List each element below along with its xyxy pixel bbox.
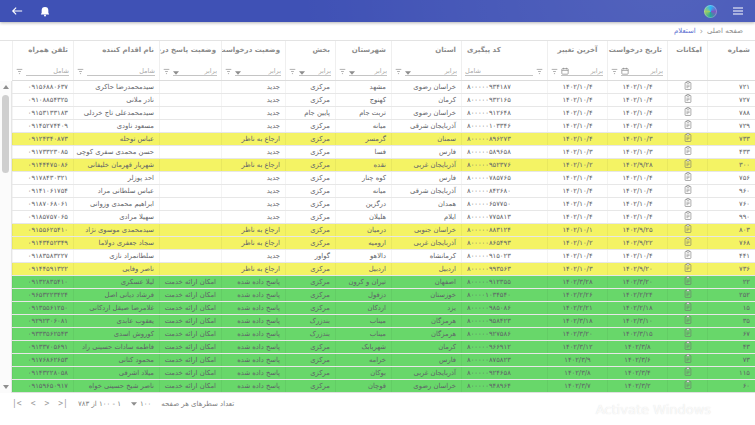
- first-page-button[interactable]: |<: [12, 399, 22, 408]
- report-clipboard-icon[interactable]: [684, 250, 692, 262]
- filter-funnel-icon[interactable]: [551, 68, 558, 76]
- filter-funnel-icon[interactable]: [611, 68, 618, 76]
- table-row[interactable]: ۴۳۳۱۴۰۲/۱۰/۳۱۴۰۲/۱۰/۳۸۰۰۰۰۰۵۸۹۶۵۸فارسفسا…: [12, 146, 755, 159]
- filter-funnel-icon[interactable]: [225, 68, 232, 76]
- scroll-up-icon[interactable]: [3, 85, 9, 89]
- filter-input-district[interactable]: برابر: [299, 64, 331, 76]
- table-row[interactable]: ۹۹۰۱۴۰۲/۱۰/۴۱۴۰۲/۱۰/۴۸۰۰۰۰۰۷۷۵۸۱۳ایلامهل…: [12, 211, 755, 224]
- report-clipboard-icon[interactable]: [684, 198, 692, 210]
- table-row[interactable]: ۷۸۸۱۴۰۲/۱۰/۴۱۴۰۲/۱۰/۴۸۰۰۰۰۰۹۱۲۶۴۸خراسان …: [12, 107, 755, 120]
- filter-input-phone[interactable]: شامل: [26, 64, 69, 76]
- table-row[interactable]: ۸۰۳۱۴۰۲/۹/۲۵۱۴۰۲/۱۰/۱۸۰۰۰۰۰۸۸۳۱۲۴خراسان …: [12, 224, 755, 237]
- next-page-button[interactable]: >: [44, 399, 49, 408]
- table-row[interactable]: ۷۵۶۱۴۰۲/۱۰/۴۱۴۰۲/۱۰/۴۸۰۰۰۰۰۷۸۵۷۶۵فارسکوه…: [12, 172, 755, 185]
- filter-input-county[interactable]: برابر: [349, 64, 387, 76]
- cell-phone: ۰۹۱۸۵۷۵۷۰۶۵: [12, 211, 73, 223]
- cell-county: میانه: [335, 185, 391, 197]
- filter-input-status[interactable]: برابر: [235, 64, 281, 76]
- report-clipboard-icon[interactable]: [684, 133, 692, 145]
- caret-down-icon[interactable]: [299, 71, 305, 75]
- filter-funnel-icon[interactable]: [16, 68, 23, 76]
- prev-page-button[interactable]: <: [31, 399, 36, 408]
- notifications-bell-icon[interactable]: [38, 4, 52, 18]
- report-clipboard-icon[interactable]: [684, 107, 692, 119]
- table-row[interactable]: ۶۰۱۴۰۲/۳/۲۱۴۰۲/۳/۷۸۰۰۰۰۰۹۴۸۹۶۴خراسان رضو…: [12, 380, 755, 392]
- report-clipboard-icon[interactable]: [684, 263, 692, 275]
- cell-response: [159, 263, 221, 275]
- report-clipboard-icon[interactable]: [684, 185, 692, 197]
- caret-down-icon[interactable]: [349, 71, 355, 75]
- back-arrow-icon[interactable]: [10, 4, 24, 18]
- filter-funnel-icon[interactable]: [395, 68, 402, 76]
- table-row[interactable]: ۱۱۵۱۴۰۲/۳/۴۱۴۰۲/۳/۸۸۰۰۰۰۰۹۲۴۶۵۸آذربایجان…: [12, 367, 755, 380]
- column-header-province: استانبرابر: [391, 41, 461, 80]
- caret-down-icon[interactable]: [405, 71, 411, 75]
- table-row[interactable]: ۷۶۰۱۴۰۲/۱۰/۴۱۴۰۲/۱۰/۴۸۰۰۰۰۰۶۵۷۷۵۰همداندر…: [12, 198, 755, 211]
- table-row[interactable]: ۷۳۱۴۰۲/۳/۶۱۴۰۲/۳/۹۸۰۰۰۰۰۸۷۵۸۲۳فارسخرامهم…: [12, 354, 755, 367]
- report-clipboard-icon[interactable]: [684, 315, 692, 327]
- menu-hamburger-icon[interactable]: [731, 4, 745, 18]
- table-row[interactable]: ۴۴۱۱۴۰۲/۱۰/۴۱۴۰۲/۱۰/۴۸۰۰۰۰۰۹۱۵۰۲۳کرمانشا…: [12, 250, 755, 263]
- report-clipboard-icon[interactable]: [684, 120, 692, 132]
- report-clipboard-icon[interactable]: [684, 81, 692, 93]
- table-row[interactable]: ۷۲۱۱۴۰۲/۱۰/۴۱۴۰۲/۱۰/۴۸۰۰۰۰۰۹۳۴۱۸۷خراسان …: [12, 81, 755, 94]
- report-clipboard-icon[interactable]: [684, 159, 692, 171]
- table-row[interactable]: ۱۵۱۴۰۲/۲/۱۸۱۴۰۲/۲/۲۱۸۰۰۰۰۰۹۸۵۰۸۶یزداردکا…: [12, 302, 755, 315]
- report-clipboard-icon[interactable]: [684, 211, 692, 223]
- table-row[interactable]: ۷۲۷۱۴۰۲/۱۰/۴۱۴۰۲/۱۰/۴۸۰۰۰۰۰۹۳۲۱۶۵کرمانکه…: [12, 94, 755, 107]
- cell-change: ۱۴۰۲/۱۰/۳: [547, 263, 607, 275]
- calendar-icon[interactable]: [621, 67, 629, 75]
- table-row[interactable]: ۷۳۳۱۴۰۲/۱۰/۳۱۴۰۲/۱۰/۴۸۰۰۰۰۰۸۹۶۲۷۳سمنانگر…: [12, 133, 755, 146]
- last-page-button[interactable]: >|: [58, 399, 68, 408]
- table-row[interactable]: ۹۶۰۱۴۰۲/۱۰/۴۱۴۰۲/۱۰/۴۸۰۰۰۰۰۸۴۲۶۸۰آذربایج…: [12, 185, 755, 198]
- report-clipboard-icon[interactable]: [684, 172, 692, 184]
- table-row[interactable]: ۷۶۸۱۴۰۲/۹/۲۲۱۴۰۲/۱۰/۲۸۰۰۰۰۰۸۶۵۴۹۳آذربایج…: [12, 237, 755, 250]
- filter-input-response[interactable]: برابر: [173, 64, 217, 76]
- table-row[interactable]: ۶۷۱۴۰۲/۳/۱۵۱۴۰۲/۳/۲۰۸۰۰۰۰۰۹۲۷۵۸۶هرمزگانم…: [12, 328, 755, 341]
- table-row[interactable]: ۷۲۹۱۴۰۲/۱۰/۴۱۴۰۲/۱۰/۴۸۰۰۰۰۰۱۰۳۳۴۶آذربایج…: [12, 120, 755, 133]
- report-clipboard-icon[interactable]: [684, 276, 692, 288]
- rows-per-page-select[interactable]: ۱۰۰: [131, 400, 151, 408]
- caret-down-icon[interactable]: [173, 71, 179, 75]
- filter-funnel-icon[interactable]: [289, 68, 296, 76]
- report-clipboard-icon[interactable]: [684, 237, 692, 249]
- report-clipboard-icon[interactable]: [684, 354, 692, 366]
- report-clipboard-icon[interactable]: [684, 367, 692, 379]
- cell-status: جدید: [221, 250, 285, 262]
- cell-county: نقده: [335, 159, 391, 171]
- filter-funnel-icon[interactable]: [536, 68, 543, 76]
- scrollbar-thumb[interactable]: [2, 95, 9, 173]
- cell-actions: [667, 146, 707, 158]
- caret-down-icon[interactable]: [235, 71, 241, 75]
- table-row[interactable]: ۴۳۱۴۰۲/۳/۸۱۴۰۲/۳/۱۲۸۰۰۰۰۰۹۶۶۹۱۲کرمانشهرب…: [12, 341, 755, 354]
- report-clipboard-icon[interactable]: [684, 146, 692, 158]
- calendar-icon[interactable]: [561, 67, 569, 75]
- report-clipboard-icon[interactable]: [684, 224, 692, 236]
- breadcrumb-home-link[interactable]: صفحه اصلی: [707, 27, 743, 35]
- filter-input-change[interactable]: برابر: [561, 64, 603, 76]
- table-row[interactable]: ۳۵۱۴۰۲/۳/۱۰۱۴۰۲/۳/۱۸۸۰۰۰۰۰۹۵۸۴۲۳هرمزگانم…: [12, 315, 755, 328]
- scroll-down-icon[interactable]: [3, 385, 9, 389]
- cell-code: ۸۰۰۰۰۰۸۹۶۲۷۳: [461, 133, 547, 145]
- report-clipboard-icon[interactable]: [684, 380, 692, 392]
- report-clipboard-icon[interactable]: [684, 289, 692, 301]
- report-clipboard-icon[interactable]: [684, 328, 692, 340]
- cell-phone: ۰۹۱۲۴۳۴۰۸۷۳: [12, 133, 73, 145]
- table-row[interactable]: ۷۳۶۱۴۰۲/۹/۲۰۱۴۰۲/۱۰/۳۸۰۰۰۰۰۹۹۳۵۶۳اردبیلا…: [12, 263, 755, 276]
- filter-funnel-icon[interactable]: [339, 68, 346, 76]
- report-clipboard-icon[interactable]: [684, 94, 692, 106]
- filter-funnel-icon[interactable]: [163, 68, 170, 76]
- table-row[interactable]: ۲۲۱۴۰۲/۳/۲۰۱۴۰۲/۳/۲۸۸۰۰۰۰۰۹۱۲۳۵۵اصفهانتی…: [12, 276, 755, 289]
- filter-input-code[interactable]: شامل: [465, 64, 533, 76]
- filter-input-date[interactable]: برابر: [621, 64, 663, 76]
- table-row[interactable]: ۳۰۰۱۴۰۲/۹/۲۸۱۴۰۲/۱۰/۲۸۰۰۰۰۰۹۵۲۳۷۶آذربایج…: [12, 159, 755, 172]
- vertical-scrollbar[interactable]: [0, 81, 12, 393]
- report-clipboard-icon[interactable]: [684, 302, 692, 314]
- filter-input-province[interactable]: برابر: [405, 64, 457, 76]
- report-clipboard-icon[interactable]: [684, 341, 692, 353]
- cell-num: ۶۰: [707, 380, 755, 392]
- cell-status: ارجاع به ناظر: [221, 159, 285, 171]
- filter-funnel-icon[interactable]: [77, 68, 84, 76]
- filter-input-actor[interactable]: شامل: [87, 64, 155, 76]
- table-row[interactable]: ۲۵۲۱۴۰۲/۲/۲۴۱۴۰۲/۲/۲۶۸۰۰۰۰۱۰۳۴۵۴۰خوزستان…: [12, 289, 755, 302]
